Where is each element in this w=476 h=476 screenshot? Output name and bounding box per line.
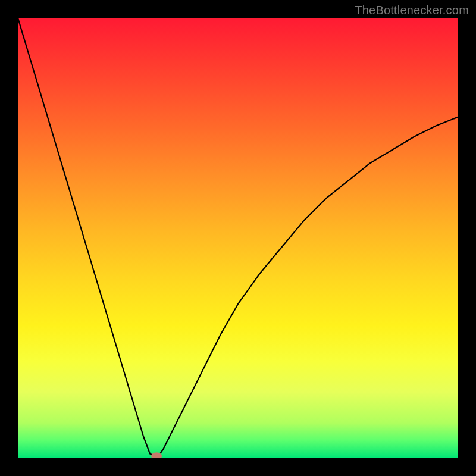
chart-frame: TheBottlenecker.com xyxy=(0,0,476,476)
curve-layer xyxy=(18,18,458,458)
watermark-text: TheBottlenecker.com xyxy=(355,4,469,17)
bottleneck-curve xyxy=(18,18,458,456)
plot-area xyxy=(18,18,458,458)
